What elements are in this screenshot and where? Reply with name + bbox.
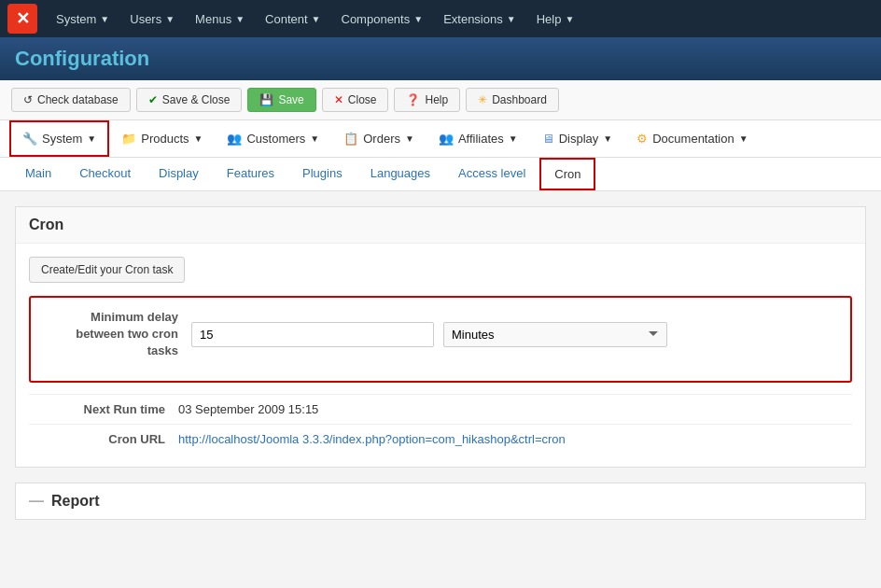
comp-nav-orders[interactable]: 📋 Orders ▼ — [331, 121, 427, 156]
check-database-button[interactable]: ↺ Check database — [11, 88, 131, 112]
close-icon: ✕ — [334, 93, 343, 106]
chevron-down-icon: ▼ — [739, 133, 748, 144]
chevron-down-icon: ▼ — [165, 14, 175, 24]
save-button[interactable]: 💾 Save — [247, 88, 315, 112]
top-nav-users-label: Users — [130, 12, 161, 26]
comp-nav-customers[interactable]: 👥 Customers ▼ — [215, 121, 331, 156]
dashboard-icon: ✳ — [478, 93, 487, 106]
sub-navigation: Main Checkout Display Features Plugins L… — [0, 158, 881, 191]
component-navigation: 🔧 System ▼ 📁 Products ▼ 👥 Customers ▼ 📋 … — [0, 120, 881, 158]
min-delay-unit-select[interactable]: Minutes Hours Days — [443, 322, 667, 347]
top-nav-content-label: Content — [265, 12, 308, 26]
top-navigation: ✕ System ▼ Users ▼ Menus ▼ Content ▼ Com… — [0, 0, 881, 37]
top-nav-items: System ▼ Users ▼ Menus ▼ Content ▼ Compo… — [47, 7, 583, 32]
checkmark-icon: ✔ — [148, 93, 158, 106]
tab-features[interactable]: Features — [213, 158, 288, 190]
comp-nav-display[interactable]: 🖥 Display ▼ — [530, 121, 625, 156]
comp-nav-products[interactable]: 📁 Products ▼ — [109, 121, 215, 156]
top-nav-system-label: System — [56, 12, 96, 26]
dash-icon: — — [29, 493, 44, 510]
min-delay-row: Minimum delaybetween two crontasks Minut… — [42, 309, 839, 360]
tab-main[interactable]: Main — [11, 158, 65, 190]
report-section: — Report — [15, 483, 866, 520]
chevron-down-icon: ▼ — [310, 133, 319, 144]
top-nav-users[interactable]: Users ▼ — [120, 7, 184, 32]
cron-section: Cron Create/Edit your Cron task Minimum … — [15, 206, 866, 468]
top-nav-system[interactable]: System ▼ — [47, 7, 119, 32]
next-run-label: Next Run time — [29, 402, 178, 416]
chevron-down-icon: ▼ — [413, 14, 423, 24]
page-title: Configuration — [15, 47, 149, 70]
wrench-icon: 🔧 — [22, 132, 37, 146]
database-icon: ↺ — [23, 93, 33, 106]
tab-display[interactable]: Display — [145, 158, 213, 190]
close-button[interactable]: ✕ Close — [322, 88, 389, 112]
chevron-down-icon: ▼ — [235, 14, 245, 24]
joomla-logo: ✕ — [7, 4, 37, 34]
toolbar: ↺ Check database ✔ Save & Close 💾 Save ✕… — [0, 80, 881, 120]
page-header: Configuration — [0, 37, 881, 80]
next-run-row: Next Run time 03 September 2009 15:15 — [29, 394, 852, 424]
top-nav-content[interactable]: Content ▼ — [256, 7, 329, 32]
cron-url-label: Cron URL — [29, 432, 178, 446]
chevron-down-icon: ▼ — [565, 14, 574, 24]
chevron-down-icon: ▼ — [603, 133, 612, 144]
top-nav-menus-label: Menus — [195, 12, 231, 26]
top-nav-help[interactable]: Help ▼ — [527, 7, 584, 32]
comp-nav-documentation[interactable]: ⚙ Documentation ▼ — [624, 121, 760, 156]
users-icon: 👥 — [227, 132, 242, 146]
folder-icon: 📁 — [121, 132, 136, 146]
chevron-down-icon: ▼ — [509, 133, 518, 144]
display-icon: 🖥 — [542, 132, 554, 146]
top-nav-extensions[interactable]: Extensions ▼ — [434, 7, 525, 32]
comp-nav-affiliates[interactable]: 👥 Affiliates ▼ — [427, 121, 530, 156]
save-close-button[interactable]: ✔ Save & Close — [136, 88, 243, 112]
top-nav-components[interactable]: Components ▼ — [332, 7, 433, 32]
doc-icon: ⚙ — [636, 132, 648, 146]
help-icon: ❓ — [406, 93, 420, 106]
top-nav-extensions-label: Extensions — [443, 12, 503, 26]
tab-access-level[interactable]: Access level — [444, 158, 539, 190]
next-run-value: 03 September 2009 15:15 — [178, 402, 318, 416]
chevron-down-icon: ▼ — [507, 14, 516, 24]
save-icon: 💾 — [259, 93, 273, 106]
min-delay-input[interactable] — [191, 322, 434, 347]
create-edit-cron-button[interactable]: Create/Edit your Cron task — [29, 257, 185, 283]
comp-nav-system[interactable]: 🔧 System ▼ — [9, 120, 109, 157]
main-content: Cron Create/Edit your Cron task Minimum … — [0, 191, 881, 535]
cron-section-title: Cron — [16, 207, 865, 244]
dashboard-button[interactable]: ✳ Dashboard — [466, 88, 559, 112]
min-delay-control: Minutes Hours Days — [191, 322, 839, 347]
chevron-down-icon: ▼ — [312, 14, 321, 24]
cron-section-body: Create/Edit your Cron task Minimum delay… — [16, 244, 865, 467]
help-button[interactable]: ❓ Help — [394, 88, 460, 112]
tab-plugins[interactable]: Plugins — [288, 158, 357, 190]
tab-languages[interactable]: Languages — [357, 158, 444, 190]
chevron-down-icon: ▼ — [100, 14, 109, 24]
cron-url-row: Cron URL http://localhost/Joomla 3.3.3/i… — [29, 424, 852, 454]
min-delay-label: Minimum delaybetween two crontasks — [42, 309, 191, 360]
report-section-title: — Report — [16, 483, 865, 519]
top-nav-components-label: Components — [342, 12, 411, 26]
chevron-down-icon: ▼ — [194, 133, 203, 144]
list-icon: 📋 — [343, 132, 358, 146]
top-nav-menus[interactable]: Menus ▼ — [186, 7, 254, 32]
affiliate-icon: 👥 — [439, 132, 454, 146]
cron-url-value[interactable]: http://localhost/Joomla 3.3.3/index.php?… — [178, 432, 566, 446]
cron-delay-form: Minimum delaybetween two crontasks Minut… — [29, 296, 852, 383]
top-nav-help-label: Help — [537, 12, 562, 26]
chevron-down-icon: ▼ — [87, 133, 96, 144]
chevron-down-icon: ▼ — [405, 133, 414, 144]
tab-cron[interactable]: Cron — [539, 158, 595, 190]
tab-checkout[interactable]: Checkout — [65, 158, 145, 190]
